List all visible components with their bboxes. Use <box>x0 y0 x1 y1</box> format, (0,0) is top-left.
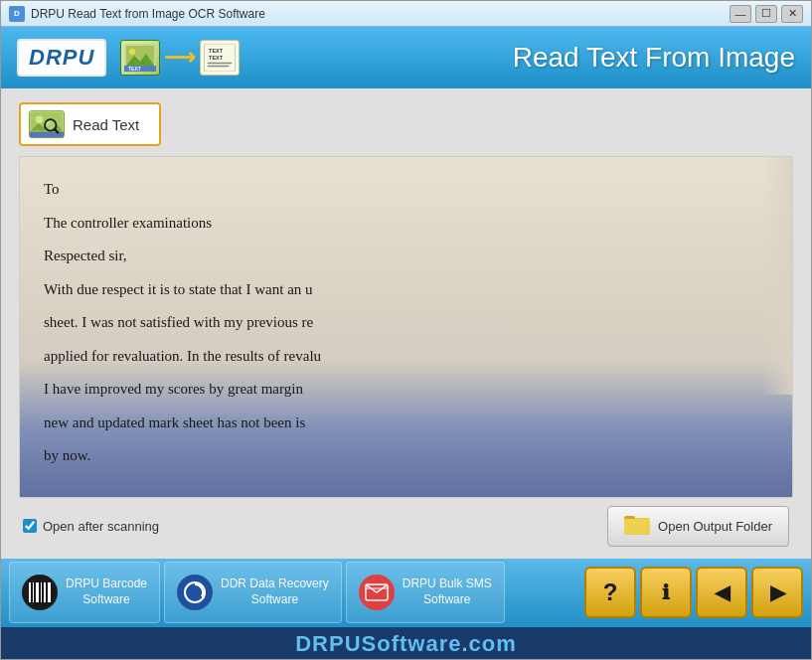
svg-rect-21 <box>624 519 650 534</box>
svg-text:TEXT: TEXT <box>209 55 224 61</box>
folder-icon <box>624 513 650 540</box>
controls-bar: Open after scanning Open Output Folder <box>19 498 793 555</box>
arrow-icon: ⟶ <box>164 45 196 71</box>
header-title: Read Text From Image <box>513 42 795 74</box>
barcode-icon <box>22 575 58 610</box>
svg-text:TEXT: TEXT <box>209 48 224 54</box>
titlebar-controls: — ☐ ✕ <box>730 5 803 23</box>
letter-image: To The controller examinations Respected… <box>20 157 792 497</box>
read-text-icon <box>29 110 65 138</box>
app-icon: D <box>9 6 25 22</box>
letter-line7: I have improved my scores by great margi… <box>44 377 768 403</box>
open-output-folder-label: Open Output Folder <box>658 519 772 534</box>
titlebar-left: D DRPU Read Text from Image OCR Software <box>9 6 265 22</box>
open-output-folder-button[interactable]: Open Output Folder <box>607 506 789 547</box>
header-left: DRPU TEXT ⟶ <box>17 39 240 77</box>
open-after-scanning-label[interactable]: Open after scanning <box>23 519 159 534</box>
read-text-button[interactable]: Read Text <box>19 102 161 146</box>
svg-rect-9 <box>208 63 233 65</box>
open-after-scanning-text: Open after scanning <box>43 519 159 534</box>
close-button[interactable]: ✕ <box>781 5 803 23</box>
letter-line2: The controller examinations <box>44 211 768 237</box>
letter-line4: With due respect it is to state that I w… <box>44 277 768 303</box>
read-text-label: Read Text <box>73 116 139 133</box>
maximize-button[interactable]: ☐ <box>755 5 777 23</box>
svg-point-28 <box>185 582 205 602</box>
svg-point-2 <box>129 49 135 55</box>
minimize-button[interactable]: — <box>730 5 751 23</box>
svg-rect-23 <box>33 582 34 602</box>
brand-software: Software.com <box>362 631 517 656</box>
letter-line5: sheet. I was not satisfied with my previ… <box>44 310 768 336</box>
header-icons: TEXT ⟶ TEXT TEXT <box>120 40 240 76</box>
footer-app-barcode[interactable]: DRPU BarcodeSoftware <box>9 562 160 623</box>
titlebar: D DRPU Read Text from Image OCR Software… <box>1 1 811 27</box>
data-recovery-icon <box>177 575 213 610</box>
letter-line3: Respected sir, <box>44 244 768 269</box>
fade-overlay <box>762 157 792 395</box>
svg-rect-24 <box>36 582 39 602</box>
open-after-scanning-checkbox[interactable] <box>23 519 37 533</box>
main-content: Read Text To The controller examinations… <box>1 88 811 559</box>
letter-line8: new and updated mark sheet has not been … <box>44 411 768 436</box>
info-button[interactable]: ℹ <box>640 567 692 618</box>
letter-line1: To <box>44 177 768 203</box>
footer-app-data-recovery[interactable]: DDR Data RecoverySoftware <box>164 562 342 623</box>
text-icon: TEXT TEXT <box>200 40 240 76</box>
brand-bar: DRPUSoftware.com <box>1 627 811 660</box>
letter-content: To The controller examinations Respected… <box>44 177 768 469</box>
footer-app-sms[interactable]: DRPU Bulk SMSSoftware <box>346 562 505 623</box>
brand-text: DRPUSoftware.com <box>295 631 517 657</box>
image-display-area: To The controller examinations Respected… <box>19 156 793 498</box>
sms-icon <box>359 575 395 610</box>
drpu-logo: DRPU <box>17 39 106 77</box>
image-icon: TEXT <box>120 40 160 76</box>
data-recovery-label: DDR Data RecoverySoftware <box>221 577 329 607</box>
svg-rect-22 <box>29 582 31 602</box>
svg-text:TEXT: TEXT <box>128 66 141 72</box>
brand-drpu: DRPU <box>295 631 361 656</box>
svg-rect-10 <box>208 66 230 68</box>
titlebar-title: DRPU Read Text from Image OCR Software <box>31 7 265 21</box>
svg-rect-27 <box>48 582 51 602</box>
letter-line6: applied for revaluation. In the results … <box>44 344 768 370</box>
sms-label: DRPU Bulk SMSSoftware <box>403 577 492 607</box>
barcode-label: DRPU BarcodeSoftware <box>66 577 147 607</box>
help-button[interactable]: ? <box>584 567 636 618</box>
image-icon-inner: TEXT <box>121 41 159 75</box>
letter-line9: by now. <box>44 443 768 469</box>
back-button[interactable]: ◀ <box>696 567 747 618</box>
svg-point-13 <box>36 116 44 124</box>
app-window: D DRPU Read Text from Image OCR Software… <box>1 1 811 660</box>
footer: DRPU BarcodeSoftware DDR Data RecoverySo… <box>1 559 811 627</box>
svg-rect-26 <box>44 582 46 602</box>
forward-button[interactable]: ▶ <box>751 567 803 618</box>
header: DRPU TEXT ⟶ <box>1 27 811 88</box>
svg-rect-25 <box>41 582 42 602</box>
